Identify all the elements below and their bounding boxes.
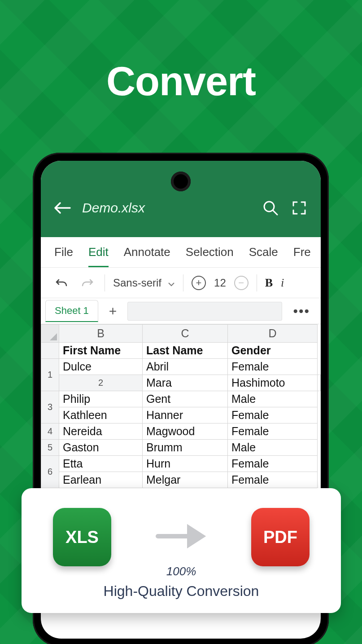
col-header[interactable]: B: [59, 325, 143, 343]
cell[interactable]: Earlean: [59, 472, 143, 488]
back-icon[interactable]: [53, 199, 71, 217]
row-number[interactable]: 3: [41, 391, 59, 423]
more-sheets-button[interactable]: •••: [287, 304, 316, 319]
phone-camera: [171, 172, 191, 191]
table-row: KathleenHannerFemale: [41, 407, 321, 423]
table-row: 6EttaHurnFemale: [41, 456, 321, 472]
cell[interactable]: Nereida: [59, 423, 143, 440]
document-title: Demo.xlsx: [82, 200, 251, 216]
column-header-row: B C D: [41, 325, 321, 343]
tab-selection[interactable]: Selection: [186, 237, 234, 267]
fullscreen-icon[interactable]: [290, 199, 308, 217]
menu-tabs: File Edit Annotate Selection Scale Fre: [41, 237, 321, 268]
format-toolbar: Sans-serif + 12 − B i: [41, 268, 321, 298]
cell[interactable]: Hashimoto: [228, 375, 318, 391]
arrow-icon: [154, 523, 208, 551]
table-row: 1DulceAbrilFemale: [41, 359, 321, 375]
cell[interactable]: Female: [228, 359, 318, 375]
xls-badge: XLS: [53, 508, 111, 566]
promo-percent: 100%: [39, 565, 323, 578]
cell[interactable]: Gender: [228, 343, 318, 359]
increase-size-button[interactable]: +: [192, 276, 206, 290]
row-number[interactable]: 5: [41, 440, 59, 456]
font-name: Sans-serif: [113, 277, 161, 289]
spreadsheet-grid[interactable]: B C D First NameLast NameGender1DulceAbr…: [41, 324, 321, 504]
cell[interactable]: Abril: [143, 359, 228, 375]
cell[interactable]: Etta: [59, 456, 143, 472]
select-all-corner[interactable]: [41, 325, 59, 343]
decrease-size-button[interactable]: −: [234, 276, 249, 290]
table-row: First NameLast NameGender: [41, 343, 321, 359]
table-row: 3PhilipGentMale: [41, 391, 321, 407]
toolbar-divider: [105, 274, 105, 291]
italic-button[interactable]: i: [281, 276, 284, 290]
cell[interactable]: Male: [228, 391, 318, 407]
cell[interactable]: Mara: [143, 375, 228, 391]
cell[interactable]: Philip: [59, 391, 143, 407]
tab-annotate[interactable]: Annotate: [124, 237, 170, 267]
pdf-badge: PDF: [251, 508, 310, 566]
row-number[interactable]: 1: [41, 359, 59, 391]
cell[interactable]: Female: [228, 456, 318, 472]
font-select[interactable]: Sans-serif: [113, 277, 175, 289]
toolbar-divider: [257, 274, 257, 291]
col-header[interactable]: D: [228, 325, 318, 343]
undo-icon[interactable]: [52, 274, 70, 292]
table-row: 5GastonBrummMale: [41, 440, 321, 456]
font-size-value[interactable]: 12: [214, 277, 226, 289]
table-row: 2MaraHashimotoFemale: [41, 375, 321, 391]
cell[interactable]: Magwood: [143, 423, 228, 440]
row-number[interactable]: [41, 343, 59, 359]
cell[interactable]: Kathleen: [59, 407, 143, 423]
cell[interactable]: Hurn: [143, 456, 228, 472]
cell[interactable]: Gaston: [59, 440, 143, 456]
cell[interactable]: First Name: [59, 343, 143, 359]
col-header[interactable]: C: [143, 325, 228, 343]
cell[interactable]: Male: [228, 440, 318, 456]
table-row: EarleanMelgarFemale: [41, 472, 321, 488]
row-number[interactable]: 6: [41, 456, 59, 488]
sheet-tab[interactable]: Sheet 1: [45, 300, 98, 322]
cell[interactable]: Gent: [143, 391, 228, 407]
cell[interactable]: Hanner: [143, 407, 228, 423]
row-number[interactable]: 4: [41, 423, 59, 440]
add-sheet-button[interactable]: +: [103, 301, 123, 322]
table-row: 4NereidaMagwoodFemale: [41, 423, 321, 440]
cell[interactable]: Female: [228, 407, 318, 423]
cell[interactable]: Last Name: [143, 343, 228, 359]
svg-point-0: [264, 202, 274, 212]
search-icon[interactable]: [262, 199, 279, 217]
chevron-down-icon: [168, 277, 175, 289]
redo-icon[interactable]: [79, 274, 96, 292]
tab-freeze[interactable]: Fre: [293, 237, 311, 267]
toolbar-divider: [183, 274, 183, 291]
row-number[interactable]: 2: [59, 375, 143, 391]
cell[interactable]: Female: [228, 423, 318, 440]
promo-subtitle: High-Quality Conversion: [39, 583, 323, 600]
cell[interactable]: Melgar: [143, 472, 228, 488]
sheet-tab-row: Sheet 1 + •••: [41, 298, 321, 324]
tab-file[interactable]: File: [54, 237, 73, 267]
hero-title: Convert: [0, 58, 362, 105]
promo-card: XLS PDF 100% High-Quality Conversion: [22, 488, 341, 613]
tab-scale[interactable]: Scale: [249, 237, 278, 267]
formula-bar[interactable]: [127, 302, 282, 321]
bold-button[interactable]: B: [265, 276, 273, 290]
cell[interactable]: Female: [318, 375, 321, 391]
cell[interactable]: Female: [228, 472, 318, 488]
pdf-label: PDF: [263, 528, 297, 547]
tab-edit[interactable]: Edit: [88, 237, 109, 267]
cell[interactable]: Dulce: [59, 359, 143, 375]
cell[interactable]: Brumm: [143, 440, 228, 456]
xls-label: XLS: [65, 528, 99, 547]
